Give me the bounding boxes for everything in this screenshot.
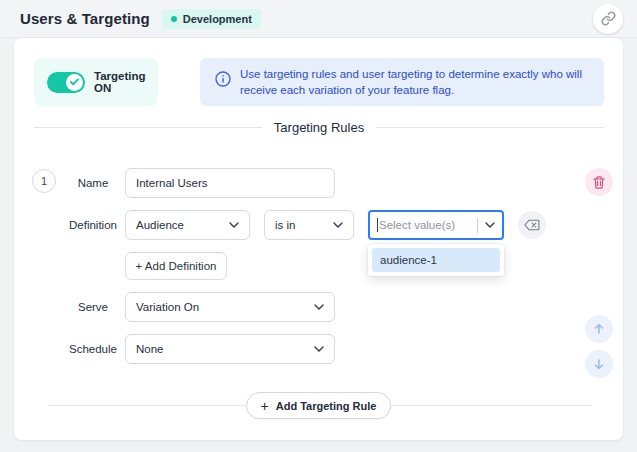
rule-name-label: Name (66, 168, 120, 198)
targeting-rules-title: Targeting Rules (262, 120, 376, 135)
values-multiselect[interactable]: Select value(s) (368, 210, 504, 240)
chevron-down-icon (314, 346, 324, 352)
check-icon (70, 78, 79, 86)
rule-serve-label: Serve (66, 292, 120, 322)
environment-badge-label: Development (183, 13, 252, 25)
environment-badge: Development (162, 9, 261, 29)
toggle-knob (66, 74, 83, 91)
plus-icon: + (261, 399, 269, 413)
page: Users & Targeting Development Targeting … (0, 0, 637, 452)
chevron-down-icon (229, 222, 239, 228)
backspace-icon (524, 219, 540, 231)
schedule-select-value: None (136, 343, 164, 355)
attribute-select-value: Audience (136, 219, 184, 231)
info-icon (215, 71, 231, 87)
chevron-down-icon (485, 222, 495, 228)
add-targeting-rule-button[interactable]: + Add Targeting Rule (246, 392, 392, 419)
trash-icon (592, 175, 606, 190)
rule-schedule-label: Schedule (66, 334, 120, 364)
targeting-toggle[interactable] (47, 72, 85, 93)
targeting-info-box: Use targeting rules and user targeting t… (200, 58, 604, 106)
chevron-down-icon (314, 304, 324, 310)
delete-rule-button[interactable] (585, 168, 613, 196)
rule-definition-label: Definition (66, 210, 120, 240)
select-separator (477, 218, 478, 233)
dropdown-option[interactable]: audience-1 (372, 248, 500, 272)
targeting-info-text: Use targeting rules and user targeting t… (240, 66, 590, 98)
rule-index-badge: 1 (32, 169, 56, 193)
arrow-up-icon (593, 323, 605, 335)
link-icon (601, 11, 616, 26)
operator-select-value: is in (275, 219, 295, 231)
serve-select[interactable]: Variation On (125, 292, 335, 322)
targeting-rules-divider: Targeting Rules (34, 120, 604, 135)
add-targeting-rule-label: Add Targeting Rule (276, 400, 377, 412)
environment-dot-icon (171, 16, 177, 22)
serve-select-value: Variation On (136, 301, 199, 313)
schedule-select[interactable]: None (125, 334, 335, 364)
rule-name-input[interactable] (125, 168, 335, 198)
clear-values-button[interactable] (518, 211, 546, 239)
move-rule-up-button[interactable] (585, 315, 613, 343)
values-dropdown-menu: audience-1 (368, 244, 504, 276)
targeting-card: Targeting ON Use targeting rules and use… (14, 38, 623, 440)
targeting-toggle-card: Targeting ON (34, 58, 158, 106)
divider-line (376, 127, 604, 128)
attribute-select[interactable]: Audience (125, 210, 250, 240)
add-definition-button[interactable]: + Add Definition (125, 252, 227, 280)
move-rule-down-button[interactable] (585, 350, 613, 378)
values-placeholder: Select value(s) (379, 219, 477, 231)
divider-line (34, 127, 262, 128)
text-cursor (377, 218, 378, 232)
operator-select[interactable]: is in (264, 210, 354, 240)
page-header: Users & Targeting Development (0, 0, 637, 38)
chevron-down-icon (333, 222, 343, 228)
page-title: Users & Targeting (20, 10, 150, 27)
arrow-down-icon (593, 358, 605, 370)
copy-link-button[interactable] (593, 4, 623, 34)
targeting-toggle-label: Targeting ON (94, 70, 158, 94)
